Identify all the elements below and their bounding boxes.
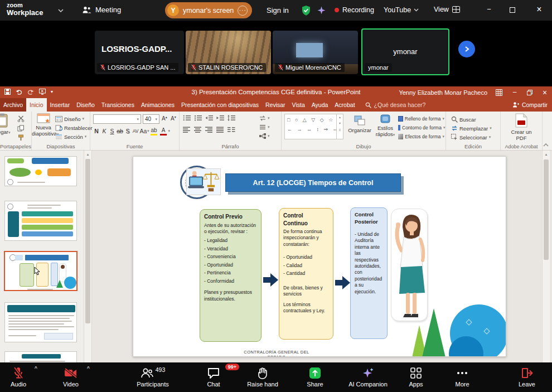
line-spacing-icon[interactable]	[227, 115, 235, 121]
next-participants-button[interactable]	[458, 41, 475, 57]
view-menu[interactable]: View	[434, 6, 460, 13]
quick-styles-button[interactable]: Estilos rápidos▾	[374, 114, 396, 138]
more-options-icon[interactable]: ···	[238, 6, 248, 16]
italic-button[interactable]: K	[100, 127, 108, 135]
font-color-button[interactable]: A	[159, 127, 168, 135]
bullets-icon[interactable]	[183, 115, 191, 121]
collapse-ribbon-icon[interactable]	[543, 143, 549, 147]
scrollbar-thumb[interactable]	[85, 159, 90, 323]
font-size-combo[interactable]: 40▾	[143, 114, 159, 124]
gallery-scroll[interactable]: ▴▾≡	[336, 114, 343, 139]
increase-indent-icon[interactable]	[216, 115, 224, 121]
tab-vista[interactable]: Vista	[289, 98, 308, 112]
bold-button[interactable]: N	[93, 127, 100, 135]
format-painter-icon[interactable]	[17, 134, 25, 141]
slide-thumbnail-2[interactable]	[4, 201, 77, 241]
slide-thumbnail-1[interactable]	[4, 156, 77, 186]
sign-in-button[interactable]: Sign in	[267, 6, 289, 14]
align-right-icon[interactable]	[205, 127, 213, 133]
apps-button[interactable]: Apps	[399, 366, 433, 388]
account-name[interactable]: Yenny Elizabeth Monar Pacheco	[399, 89, 487, 96]
select-button[interactable]: Seleccionar▾	[451, 133, 492, 142]
tab-insertar[interactable]: Insertar	[47, 98, 74, 112]
control-continuo-box[interactable]: Control Continuo De forma continua inspe…	[279, 208, 333, 340]
columns-icon[interactable]	[227, 127, 235, 133]
slideshow-icon[interactable]	[39, 89, 46, 95]
save-icon[interactable]	[4, 89, 11, 95]
ppt-minimize-button[interactable]: −	[511, 88, 519, 96]
meeting-tab[interactable]: Meeting	[83, 6, 121, 14]
video-tile-ymonar-active[interactable]: ymonar ymonar	[361, 28, 449, 75]
numbering-icon[interactable]	[194, 115, 202, 121]
decrease-indent-icon[interactable]	[205, 115, 213, 121]
share-screen-button[interactable]: Share	[298, 366, 332, 388]
share-button[interactable]: Compartir	[512, 98, 548, 112]
video-button[interactable]: ^ Video	[54, 366, 88, 388]
character-spacing-button[interactable]: AV	[132, 127, 139, 135]
video-tile-losrios[interactable]: LOSRIOS-GADP... LOSRIOS-GADP SAN ...	[95, 31, 184, 74]
screen-share-pill[interactable]: Y ymonar's screen ···	[165, 2, 252, 18]
window-maximize-button[interactable]	[510, 7, 515, 13]
window-close-button[interactable]: ×	[533, 4, 545, 14]
undo-icon[interactable]	[16, 89, 22, 95]
align-text-button[interactable]: ▾	[259, 123, 270, 132]
tab-revisar[interactable]: Revisar	[262, 98, 289, 112]
scroll-up-arrow[interactable]: ▴	[84, 151, 91, 158]
slide-thumbnail-5[interactable]	[4, 351, 77, 362]
text-direction-button[interactable]: ▾	[259, 114, 270, 123]
youtube-menu[interactable]: YouTube	[384, 6, 419, 14]
control-previo-box[interactable]: Control Previo Antes de su autorización …	[200, 209, 262, 342]
ribbon-options-grid-icon[interactable]	[496, 89, 502, 96]
justify-icon[interactable]	[216, 127, 224, 133]
audio-options-chevron[interactable]: ^	[35, 365, 37, 371]
slide-thumbnail-4[interactable]	[4, 302, 77, 342]
slide-canvas[interactable]: Art. 12 (LOCGE) Tiempos de Control Contr…	[133, 156, 506, 357]
shape-fill-button[interactable]: Relleno de forma▾	[398, 114, 445, 123]
font-name-combo[interactable]: ▾	[93, 114, 141, 124]
text-shadow-button[interactable]: S	[124, 127, 132, 135]
shape-effects-button[interactable]: Efectos de forma▾	[398, 132, 445, 141]
window-minimize-button[interactable]: −	[483, 5, 495, 13]
tab-transiciones[interactable]: Transiciones	[98, 98, 138, 112]
video-tile-miguel[interactable]: Miguel Moreno/CNC	[273, 31, 358, 74]
shape-outline-button[interactable]: Contorno de forma▾	[398, 123, 445, 132]
raise-hand-button[interactable]: Raise hand	[240, 366, 285, 388]
copy-icon[interactable]	[17, 125, 25, 132]
tab-inicio[interactable]: Inicio	[26, 98, 47, 112]
smartart-button[interactable]: ▾	[259, 132, 270, 141]
create-pdf-button[interactable]: Crear un PDF	[501, 113, 542, 142]
arrange-button[interactable]: Organizar	[346, 115, 373, 134]
audio-button[interactable]: ^ Audio	[2, 366, 35, 388]
shapes-gallery[interactable]: □ ○ △ ▽ ◇ ☆← → ↔ ↕ ⇒ ⇔ ▴▾≡	[284, 114, 343, 139]
chevron-down-icon[interactable]	[58, 9, 64, 12]
leave-button[interactable]: Leave	[509, 366, 545, 388]
new-slide-button[interactable]: Nueva diapositiva▾	[32, 113, 55, 137]
tab-animaciones[interactable]: Animaciones	[138, 98, 178, 112]
scroll-up-arrow[interactable]: ▴	[543, 151, 550, 158]
align-center-icon[interactable]	[194, 127, 202, 133]
slide-title-banner[interactable]: Art. 12 (LOCGE) Tiempos de Control	[225, 173, 401, 192]
ai-companion-button[interactable]: AI Companion	[342, 366, 394, 388]
reset-button[interactable]: Restablecer	[55, 123, 93, 132]
cut-icon[interactable]	[17, 115, 25, 122]
change-case-button[interactable]: Aa	[139, 127, 147, 135]
tab-presentacion[interactable]: Presentación con diapositivas	[178, 98, 262, 112]
increase-font-icon[interactable]: A▴	[162, 115, 167, 122]
tab-archivo[interactable]: Archivo	[0, 98, 26, 112]
chat-button[interactable]: 99+ Chat	[197, 366, 230, 388]
control-posterior-box[interactable]: Control Posterior - Unidad de Auditoría …	[350, 207, 388, 339]
tab-ayuda[interactable]: Ayuda	[308, 98, 332, 112]
editor-scrollbar[interactable]: ▴	[542, 151, 550, 362]
highlight-color-button[interactable]: ab	[149, 127, 159, 135]
paste-button[interactable]: Pegar▾	[0, 113, 12, 135]
scrollbar-thumb[interactable]	[544, 159, 549, 260]
tell-me-search[interactable]: ¿Qué desea hacer?	[362, 98, 429, 112]
align-left-icon[interactable]	[183, 127, 191, 133]
replace-button[interactable]: Reemplazar▾	[451, 124, 492, 133]
decrease-font-icon[interactable]: A▾	[171, 115, 176, 122]
tab-acrobat[interactable]: Acrobat	[331, 98, 358, 112]
tab-diseno[interactable]: Diseño	[73, 98, 98, 112]
find-button[interactable]: Buscar	[451, 115, 492, 124]
shield-check-icon[interactable]	[301, 5, 311, 16]
participants-button[interactable]: 493 Participants	[133, 366, 173, 388]
